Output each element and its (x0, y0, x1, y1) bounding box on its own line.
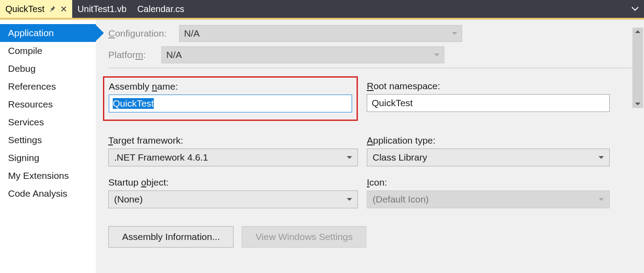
chevron-down-icon (434, 54, 439, 56)
assembly-name-label: Assembly name: (109, 81, 352, 92)
vertical-scrollbar[interactable] (632, 28, 643, 108)
application-type-label: Application type: (367, 135, 610, 146)
scroll-down-icon[interactable] (635, 103, 640, 105)
application-type-select[interactable]: Class Library (367, 149, 610, 166)
chevron-down-icon (599, 156, 604, 159)
assembly-name-highlight: Assembly name: QuickTest (103, 76, 358, 121)
view-windows-settings-button: View Windows Settings (242, 226, 366, 248)
chevron-down-icon (599, 198, 604, 201)
sidebar-item-compile[interactable]: Compile (0, 42, 96, 60)
close-icon[interactable] (61, 6, 67, 12)
sidebar-item-signing[interactable]: Signing (0, 149, 96, 167)
icon-select: (Default Icon) (367, 190, 610, 208)
sidebar-item-code-analysis[interactable]: Code Analysis (0, 185, 96, 203)
target-framework-select[interactable]: .NET Framework 4.6.1 (108, 149, 358, 166)
platform-select: N/A (161, 46, 444, 63)
chevron-down-icon (347, 198, 352, 201)
startup-object-label: Startup object: (108, 177, 358, 188)
scroll-up-icon[interactable] (635, 30, 640, 33)
tab-quicktest[interactable]: QuickTest (0, 0, 72, 18)
sidebar-item-settings[interactable]: Settings (0, 131, 96, 149)
configuration-label: Configuration: (108, 28, 173, 39)
chevron-down-icon (452, 32, 457, 35)
tab-calendar[interactable]: Calendar.cs (132, 0, 190, 18)
sidebar-item-references[interactable]: References (0, 78, 96, 95)
configuration-select: N/A (179, 25, 462, 42)
sidebar-item-application[interactable]: Application (0, 24, 96, 42)
assembly-name-input[interactable]: QuickTest (109, 95, 352, 112)
startup-object-select[interactable]: (None) (108, 190, 358, 208)
properties-sidebar: Application Compile Debug References Res… (0, 20, 96, 273)
sidebar-item-services[interactable]: Services (0, 113, 96, 131)
target-framework-label: Target framework: (108, 135, 358, 146)
divider (108, 68, 635, 68)
tab-label: UnitTest1.vb (78, 4, 127, 14)
tab-label: QuickTest (5, 4, 45, 14)
icon-label: Icon: (367, 177, 610, 188)
root-namespace-input[interactable]: QuickTest (367, 94, 610, 112)
sidebar-item-my-extensions[interactable]: My Extensions (0, 167, 96, 185)
tab-unittest[interactable]: UnitTest1.vb (72, 0, 132, 18)
root-namespace-label: Root namespace: (367, 81, 610, 91)
tab-bar: QuickTest UnitTest1.vb Calendar.cs (0, 0, 644, 18)
sidebar-item-resources[interactable]: Resources (0, 95, 96, 113)
assembly-information-button[interactable]: Assembly Information... (108, 226, 234, 248)
sidebar-item-debug[interactable]: Debug (0, 60, 96, 78)
chevron-down-icon (347, 156, 352, 159)
application-panel: Configuration: N/A Platform: N/A Assembl… (96, 20, 644, 273)
pin-icon[interactable] (49, 5, 56, 12)
tab-overflow-menu[interactable] (626, 0, 644, 18)
tab-label: Calendar.cs (137, 4, 185, 14)
platform-label: Platform: (108, 50, 155, 60)
